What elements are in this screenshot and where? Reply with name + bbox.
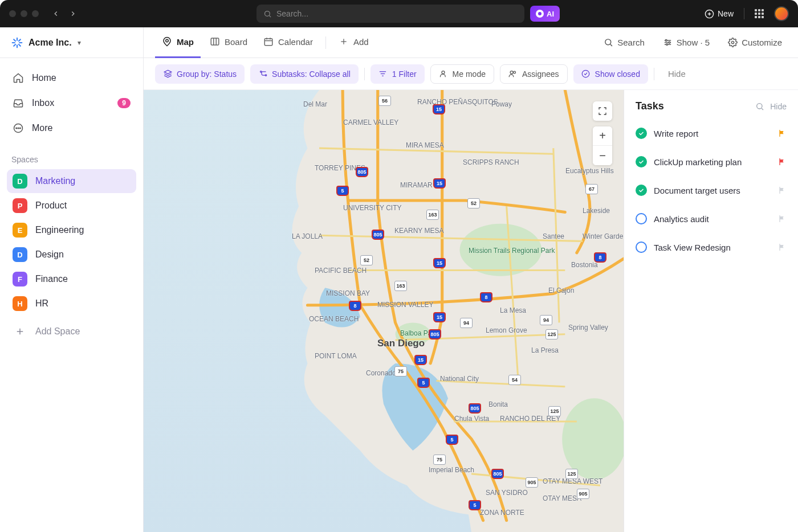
view-tab-board[interactable]: Board	[203, 27, 254, 58]
view-tab-calendar[interactable]: Calendar	[256, 27, 320, 58]
flag-icon[interactable]	[777, 186, 787, 195]
sidebar-item-inbox[interactable]: Inbox 9	[7, 91, 136, 115]
map-place-label: La Presa	[531, 346, 559, 354]
svg-point-45	[514, 71, 516, 73]
map-place-label: KEARNY MESA	[394, 227, 443, 235]
map-place-label: Lakeside	[583, 207, 610, 215]
flag-icon[interactable]	[777, 157, 787, 166]
search-placeholder: Search...	[276, 9, 308, 18]
user-avatar[interactable]	[774, 6, 789, 21]
ai-button[interactable]: AI	[530, 6, 560, 22]
task-row[interactable]: ClickUp marketing plan	[636, 148, 787, 176]
filter-bar: Group by: Status Subtasks: Collapse all …	[144, 58, 798, 90]
me-mode-chip[interactable]: Me mode	[430, 64, 494, 84]
workspace-logo-icon	[11, 37, 23, 48]
traffic-close[interactable]	[9, 10, 16, 17]
traffic-maximize[interactable]	[32, 10, 39, 17]
map-route-shield: 94	[540, 315, 552, 325]
task-row[interactable]: Write report	[636, 119, 787, 148]
sidebar: Acme Inc. ▾ Home Inbox 9 More Spaces	[0, 27, 144, 532]
task-row[interactable]: Task View Redesign	[636, 233, 787, 261]
sidebar-space-finance[interactable]: FFinance	[7, 267, 136, 291]
svg-point-43	[442, 71, 445, 74]
workspace-name: Acme Inc.	[28, 38, 72, 48]
map-place-label: Santee	[543, 232, 564, 240]
svg-point-35	[669, 42, 670, 43]
filter-chip[interactable]: 1 Filter	[370, 64, 425, 84]
map-route-shield: 15	[414, 355, 427, 365]
map-place-label: Eucalyptus Hills	[565, 167, 614, 175]
map-place-label: El Cajon	[548, 287, 574, 294]
customize-button[interactable]: Customize	[723, 34, 787, 51]
map-place-label: SAN YSIDRO	[486, 489, 528, 497]
map-route-shield: 54	[508, 375, 521, 385]
svg-marker-38	[164, 70, 172, 73]
new-button[interactable]: New	[705, 9, 734, 19]
tasks-search-button[interactable]	[755, 102, 764, 111]
global-search-input[interactable]: Search...	[256, 5, 524, 23]
task-row[interactable]: Analytics audit	[636, 204, 787, 233]
search-icon	[263, 10, 272, 18]
workspace-switcher[interactable]: Acme Inc. ▾	[0, 27, 143, 58]
sidebar-item-more[interactable]: More	[7, 116, 136, 140]
space-name: Marketing	[35, 176, 75, 186]
task-row[interactable]: Document target users	[636, 176, 787, 204]
task-status-done-icon[interactable]	[636, 128, 647, 139]
assignees-chip[interactable]: Assignees	[500, 64, 568, 84]
nav-back-button[interactable]	[49, 7, 63, 21]
map-view[interactable]: Del MarRANCHO PEÑASQUITOSPowayCARMEL VAL…	[144, 90, 624, 532]
plus-circle-icon	[705, 9, 714, 19]
subtasks-chip[interactable]: Subtasks: Collapse all	[250, 64, 359, 84]
svg-line-10	[19, 44, 21, 46]
tasks-hide-button[interactable]: Hide	[770, 102, 787, 111]
sliders-icon	[663, 38, 673, 47]
search-button[interactable]: Search	[599, 34, 649, 51]
flag-icon[interactable]	[777, 214, 787, 223]
map-place-label: MISSION VALLEY	[377, 301, 433, 309]
map-place-label: Bostonia	[571, 261, 598, 269]
more-icon	[13, 122, 24, 134]
sidebar-space-design[interactable]: DDesign	[7, 243, 136, 267]
map-route-shield: 5	[469, 500, 481, 510]
sidebar-space-engineering[interactable]: EEngineering	[7, 218, 136, 242]
user-icon	[439, 69, 448, 79]
show-closed-chip[interactable]: Show closed	[573, 64, 648, 84]
add-view-button[interactable]: Add	[332, 27, 376, 58]
group-by-chip[interactable]: Group by: Status	[155, 64, 245, 84]
view-tab-map[interactable]: Map	[155, 27, 201, 58]
add-space-button[interactable]: Add Space	[7, 320, 136, 343]
map-zoom-out-button[interactable]: −	[593, 146, 612, 165]
traffic-minimize[interactable]	[21, 10, 27, 17]
map-place-label: SCRIPPS RANCH	[463, 158, 519, 166]
task-name: Task View Redesign	[654, 243, 771, 252]
task-status-open-icon[interactable]	[636, 213, 647, 224]
task-status-open-icon[interactable]	[636, 242, 647, 253]
map-place-label: MISSION BAY	[326, 289, 370, 297]
sidebar-space-product[interactable]: PProduct	[7, 194, 136, 218]
map-fullscreen-button[interactable]	[593, 101, 612, 121]
hide-filters-button[interactable]: Hide	[668, 69, 686, 79]
map-place-label: ZONA NORTE	[480, 509, 524, 517]
flag-icon[interactable]	[777, 243, 787, 252]
sidebar-item-home[interactable]: Home	[7, 66, 136, 90]
nav-forward-button[interactable]	[66, 7, 80, 21]
flag-icon[interactable]	[777, 129, 787, 138]
map-route-shield: 15	[433, 178, 446, 189]
task-status-done-icon[interactable]	[636, 156, 647, 167]
map-zoom-in-button[interactable]: +	[593, 126, 612, 146]
space-name: Product	[35, 200, 67, 211]
sidebar-space-marketing[interactable]: DMarketing	[7, 169, 136, 193]
map-place-label: OCEAN BEACH	[309, 315, 359, 323]
apps-grid-icon[interactable]	[755, 9, 764, 18]
svg-point-46	[582, 70, 589, 77]
task-status-done-icon[interactable]	[636, 185, 647, 196]
map-route-shield: 8	[349, 301, 361, 311]
svg-point-14	[16, 128, 17, 129]
space-badge-icon: D	[13, 247, 27, 262]
space-badge-icon: D	[13, 174, 27, 189]
space-badge-icon: F	[13, 272, 27, 287]
board-icon	[210, 36, 220, 47]
sidebar-space-hr[interactable]: HHR	[7, 292, 136, 316]
show-button[interactable]: Show · 5	[658, 34, 714, 51]
search-icon	[755, 102, 764, 111]
